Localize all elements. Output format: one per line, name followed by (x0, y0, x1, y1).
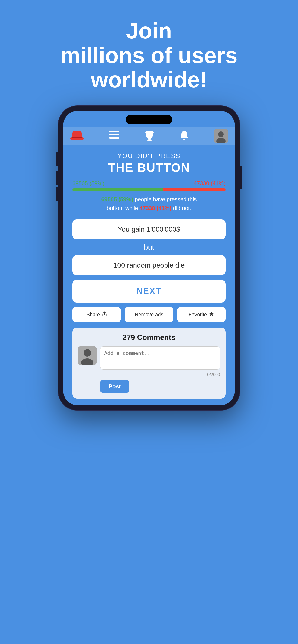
gain-label: You gain 1'000'000$ (118, 225, 180, 233)
share-icon (102, 311, 107, 318)
next-label: NEXT (136, 286, 162, 296)
trophy-icon[interactable] (144, 130, 155, 142)
game-title: THE BUTTON (72, 161, 226, 174)
gain-card: You gain 1'000'000$ (72, 219, 226, 239)
svg-rect-4 (109, 131, 119, 132)
die-card: 100 random people die (72, 255, 226, 275)
svg-point-10 (183, 139, 185, 140)
desc-suffix1: people have pressed this (133, 196, 197, 202)
comments-section: 279 Comments 0/2000 (72, 328, 226, 398)
progress-green (72, 188, 163, 191)
bell-icon[interactable] (180, 130, 189, 142)
avatar-image (214, 129, 228, 143)
comment-footer: 0/2000 (100, 372, 220, 377)
hero-line3: worldwide! (91, 67, 207, 92)
favorite-label: Favorite (189, 312, 207, 318)
remove-ads-label: Remove ads (135, 312, 163, 318)
progress-bar (72, 188, 226, 191)
progress-red (163, 188, 226, 191)
but-label: but (72, 243, 226, 252)
desc-red-suffix: did not. (171, 205, 191, 211)
hat-icon[interactable] (70, 130, 84, 142)
comment-input-row: 0/2000 (78, 346, 220, 377)
svg-point-17 (84, 349, 91, 356)
desc-red-stat: 47330 (41%) (139, 205, 171, 211)
hero-line1: Join (126, 18, 172, 43)
dynamic-island (126, 115, 172, 124)
stat-pressed: 69505 (59%) (72, 180, 104, 186)
phone-screen: YOU DID'T PRESS THE BUTTON 69505 (59%) 4… (63, 110, 235, 406)
action-buttons-row: Share Remove ads Favorite (72, 307, 226, 322)
favorite-button[interactable]: Favorite (177, 307, 226, 322)
comment-input[interactable] (100, 346, 220, 370)
list-icon[interactable] (109, 131, 119, 141)
svg-rect-8 (148, 139, 151, 140)
comments-title: 279 Comments (78, 333, 220, 342)
svg-rect-6 (109, 137, 119, 139)
svg-rect-5 (109, 134, 119, 136)
nav-bar (63, 127, 235, 145)
game-subtitle: YOU DID'T PRESS (72, 152, 226, 160)
hero-line2: millions of users (61, 43, 238, 68)
comment-user-avatar (78, 346, 97, 365)
game-description: 69505 (59%) people have pressed this but… (72, 195, 226, 213)
svg-rect-9 (147, 140, 152, 141)
stat-not-pressed: 47330 (41%) (194, 180, 226, 186)
hero-section: Join millions of users worldwide! (51, 0, 247, 106)
star-icon (209, 311, 214, 318)
svg-rect-2 (72, 137, 82, 138)
desc-line2-text: button, while (107, 205, 139, 211)
remove-ads-button[interactable]: Remove ads (125, 307, 173, 322)
svg-point-3 (72, 131, 82, 133)
phone-frame: YOU DID'T PRESS THE BUTTON 69505 (59%) 4… (59, 106, 239, 410)
comment-input-wrapper: 0/2000 (100, 346, 220, 377)
svg-point-12 (218, 132, 224, 137)
die-label: 100 random people die (114, 261, 185, 269)
char-count: 0/2000 (207, 372, 220, 377)
svg-marker-15 (209, 312, 213, 316)
share-button[interactable]: Share (72, 307, 121, 322)
user-avatar[interactable] (214, 129, 228, 143)
next-button[interactable]: NEXT (72, 280, 226, 302)
desc-green-stat: 69505 (59%) (101, 196, 133, 202)
stats-row: 69505 (59%) 47330 (41%) (72, 180, 226, 186)
share-label: Share (86, 312, 100, 318)
game-content: YOU DID'T PRESS THE BUTTON 69505 (59%) 4… (63, 145, 235, 406)
post-button[interactable]: Post (100, 380, 129, 393)
